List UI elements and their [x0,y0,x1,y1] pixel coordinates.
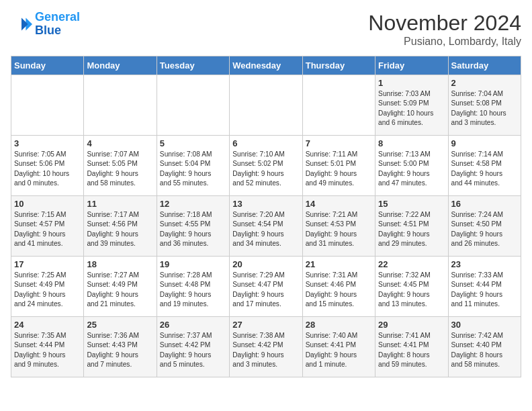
day-detail: Sunrise: 7:33 AM Sunset: 4:44 PM Dayligh… [451,271,518,309]
calendar-cell [302,75,375,136]
calendar-cell: 10Sunrise: 7:15 AM Sunset: 4:57 PM Dayli… [11,196,84,257]
calendar-cell [84,75,157,136]
calendar-cell: 28Sunrise: 7:40 AM Sunset: 4:41 PM Dayli… [302,317,375,377]
day-detail: Sunrise: 7:05 AM Sunset: 5:06 PM Dayligh… [14,150,81,188]
day-detail: Sunrise: 7:18 AM Sunset: 4:55 PM Dayligh… [160,210,226,248]
day-number: 7 [306,138,372,148]
col-tuesday: Tuesday [157,56,229,75]
logo-icon [11,13,32,35]
day-detail: Sunrise: 7:22 AM Sunset: 4:51 PM Dayligh… [378,210,445,248]
day-number: 23 [451,259,518,269]
col-saturday: Saturday [448,56,521,75]
calendar-week-3: 10Sunrise: 7:15 AM Sunset: 4:57 PM Dayli… [11,196,521,257]
calendar-cell: 12Sunrise: 7:18 AM Sunset: 4:55 PM Dayli… [157,196,229,257]
calendar-cell: 16Sunrise: 7:24 AM Sunset: 4:50 PM Dayli… [448,196,521,257]
calendar-cell: 13Sunrise: 7:20 AM Sunset: 4:54 PM Dayli… [230,196,302,257]
day-number: 1 [378,78,445,88]
day-number: 29 [378,320,445,330]
calendar-week-1: 1Sunrise: 7:03 AM Sunset: 5:09 PM Daylig… [11,75,521,136]
day-detail: Sunrise: 7:40 AM Sunset: 4:41 PM Dayligh… [306,331,372,369]
day-detail: Sunrise: 7:32 AM Sunset: 4:45 PM Dayligh… [378,271,445,309]
day-detail: Sunrise: 7:14 AM Sunset: 4:58 PM Dayligh… [451,150,518,188]
day-number: 28 [306,320,372,330]
day-detail: Sunrise: 7:36 AM Sunset: 4:43 PM Dayligh… [87,331,153,369]
calendar-cell: 20Sunrise: 7:29 AM Sunset: 4:47 PM Dayli… [230,257,302,317]
day-number: 25 [87,320,153,330]
calendar-week-4: 17Sunrise: 7:25 AM Sunset: 4:49 PM Dayli… [11,257,521,317]
day-number: 18 [87,259,153,269]
day-detail: Sunrise: 7:11 AM Sunset: 5:01 PM Dayligh… [306,150,372,188]
day-number: 22 [378,259,445,269]
calendar-cell: 6Sunrise: 7:10 AM Sunset: 5:02 PM Daylig… [230,136,302,196]
calendar-week-5: 24Sunrise: 7:35 AM Sunset: 4:44 PM Dayli… [11,317,521,377]
day-number: 21 [306,259,372,269]
day-number: 2 [451,78,518,88]
day-detail: Sunrise: 7:20 AM Sunset: 4:54 PM Dayligh… [232,210,299,248]
calendar-cell: 15Sunrise: 7:22 AM Sunset: 4:51 PM Dayli… [375,196,448,257]
day-detail: Sunrise: 7:04 AM Sunset: 5:08 PM Dayligh… [451,89,518,128]
calendar-cell: 7Sunrise: 7:11 AM Sunset: 5:01 PM Daylig… [302,136,375,196]
calendar-cell: 18Sunrise: 7:27 AM Sunset: 4:49 PM Dayli… [84,257,157,317]
day-detail: Sunrise: 7:42 AM Sunset: 4:40 PM Dayligh… [451,331,518,369]
calendar-week-2: 3Sunrise: 7:05 AM Sunset: 5:06 PM Daylig… [11,136,521,196]
calendar-cell [157,75,229,136]
day-number: 4 [87,138,153,148]
calendar-table: Sunday Monday Tuesday Wednesday Thursday… [11,56,521,377]
day-detail: Sunrise: 7:24 AM Sunset: 4:50 PM Dayligh… [451,210,518,248]
day-number: 30 [451,320,518,330]
calendar-cell: 22Sunrise: 7:32 AM Sunset: 4:45 PM Dayli… [375,257,448,317]
month-title: November 2024 [368,11,521,36]
day-detail: Sunrise: 7:28 AM Sunset: 4:48 PM Dayligh… [160,271,226,309]
calendar-cell: 19Sunrise: 7:28 AM Sunset: 4:48 PM Dayli… [157,257,229,317]
calendar-cell: 23Sunrise: 7:33 AM Sunset: 4:44 PM Dayli… [448,257,521,317]
calendar-cell: 5Sunrise: 7:08 AM Sunset: 5:04 PM Daylig… [157,136,229,196]
day-number: 27 [232,320,299,330]
calendar-cell: 26Sunrise: 7:37 AM Sunset: 4:42 PM Dayli… [157,317,229,377]
day-detail: Sunrise: 7:31 AM Sunset: 4:46 PM Dayligh… [306,271,372,309]
logo-text: General Blue [35,11,80,38]
day-detail: Sunrise: 7:08 AM Sunset: 5:04 PM Dayligh… [160,150,226,188]
day-number: 24 [14,320,81,330]
day-detail: Sunrise: 7:17 AM Sunset: 4:56 PM Dayligh… [87,210,153,248]
day-number: 17 [14,259,81,269]
location: Pusiano, Lombardy, Italy [368,36,521,48]
header-row: Sunday Monday Tuesday Wednesday Thursday… [11,56,521,75]
day-detail: Sunrise: 7:27 AM Sunset: 4:49 PM Dayligh… [87,271,153,309]
day-detail: Sunrise: 7:38 AM Sunset: 4:42 PM Dayligh… [232,331,299,369]
day-detail: Sunrise: 7:15 AM Sunset: 4:57 PM Dayligh… [14,210,81,248]
calendar-cell: 29Sunrise: 7:41 AM Sunset: 4:41 PM Dayli… [375,317,448,377]
calendar-cell: 9Sunrise: 7:14 AM Sunset: 4:58 PM Daylig… [448,136,521,196]
day-number: 3 [14,138,81,148]
day-number: 10 [14,199,81,209]
calendar-cell: 4Sunrise: 7:07 AM Sunset: 5:05 PM Daylig… [84,136,157,196]
calendar-cell: 11Sunrise: 7:17 AM Sunset: 4:56 PM Dayli… [84,196,157,257]
day-number: 16 [451,199,518,209]
day-number: 12 [160,199,226,209]
calendar-cell: 3Sunrise: 7:05 AM Sunset: 5:06 PM Daylig… [11,136,84,196]
logo: General Blue [11,11,80,38]
day-number: 15 [378,199,445,209]
calendar-body: 1Sunrise: 7:03 AM Sunset: 5:09 PM Daylig… [11,75,521,377]
day-number: 9 [451,138,518,148]
col-friday: Friday [375,56,448,75]
day-detail: Sunrise: 7:37 AM Sunset: 4:42 PM Dayligh… [160,331,226,369]
day-number: 14 [306,199,372,209]
calendar-cell: 24Sunrise: 7:35 AM Sunset: 4:44 PM Dayli… [11,317,84,377]
day-number: 11 [87,199,153,209]
day-number: 26 [160,320,226,330]
day-detail: Sunrise: 7:25 AM Sunset: 4:49 PM Dayligh… [14,271,81,309]
title-area: November 2024 Pusiano, Lombardy, Italy [368,11,521,48]
day-detail: Sunrise: 7:13 AM Sunset: 5:00 PM Dayligh… [378,150,445,188]
col-wednesday: Wednesday [230,56,302,75]
day-number: 6 [232,138,299,148]
page-header: General Blue November 2024 Pusiano, Lomb… [11,11,521,48]
calendar-cell: 14Sunrise: 7:21 AM Sunset: 4:53 PM Dayli… [302,196,375,257]
calendar-cell [11,75,84,136]
day-detail: Sunrise: 7:29 AM Sunset: 4:47 PM Dayligh… [232,271,299,309]
col-monday: Monday [84,56,157,75]
day-detail: Sunrise: 7:35 AM Sunset: 4:44 PM Dayligh… [14,331,81,369]
calendar-cell: 25Sunrise: 7:36 AM Sunset: 4:43 PM Dayli… [84,317,157,377]
day-number: 5 [160,138,226,148]
day-detail: Sunrise: 7:03 AM Sunset: 5:09 PM Dayligh… [378,89,445,128]
calendar-cell: 1Sunrise: 7:03 AM Sunset: 5:09 PM Daylig… [375,75,448,136]
